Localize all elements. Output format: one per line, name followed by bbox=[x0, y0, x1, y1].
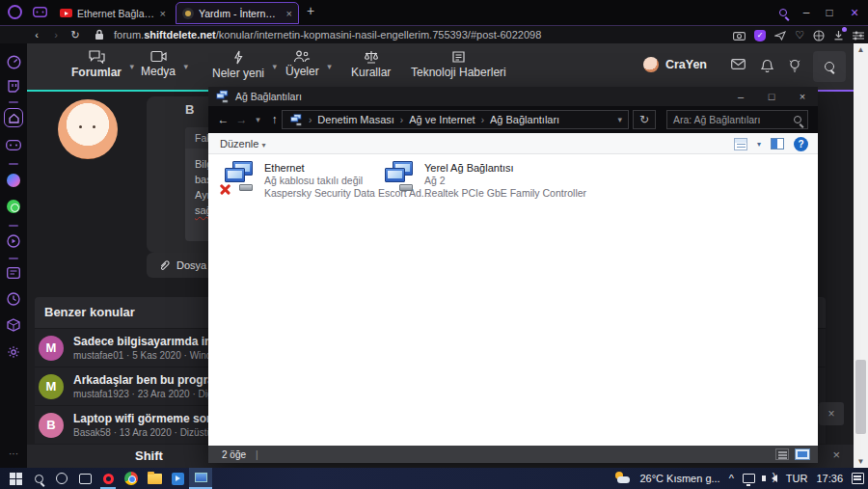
adblock-shield-icon[interactable]: ✓ bbox=[754, 30, 766, 41]
chevron-down-icon[interactable]: ▾ bbox=[327, 62, 332, 71]
clock[interactable]: 17:36 bbox=[816, 473, 843, 484]
nav-neler-yeni[interactable]: Neler yeni ▾ bbox=[212, 50, 264, 80]
taskbar-chrome-icon[interactable] bbox=[120, 468, 143, 489]
view-dropdown-icon[interactable]: ▾ bbox=[757, 140, 761, 149]
explorer-close-button[interactable]: × bbox=[787, 87, 818, 106]
reload-icon[interactable]: ↻ bbox=[66, 29, 85, 41]
network-tray-icon[interactable] bbox=[743, 474, 755, 483]
sidebar-more-dots[interactable]: ··· bbox=[0, 448, 27, 459]
alerts-bell-icon[interactable] bbox=[761, 59, 773, 72]
nav-medya[interactable]: Medya ▾ bbox=[141, 50, 176, 78]
messages-envelope-icon[interactable] bbox=[731, 59, 746, 69]
theme-lightbulb-icon[interactable] bbox=[789, 59, 800, 73]
preview-pane-icon[interactable] bbox=[771, 138, 784, 149]
network-connections-window[interactable]: Ağ Bağlantıları – □ × ← → ▾ ↑ › Denetim … bbox=[208, 87, 818, 463]
page-scrollbar[interactable]: ▲ ▼ bbox=[854, 43, 868, 468]
explorer-back-icon[interactable]: ← bbox=[214, 113, 232, 126]
easy-setup-sliders-icon[interactable] bbox=[853, 31, 864, 41]
bookmark-heart-icon[interactable]: ♡ bbox=[795, 29, 804, 41]
breadcrumb-item[interactable]: Ağ ve Internet bbox=[409, 114, 475, 125]
window-close-button[interactable]: × bbox=[843, 0, 866, 25]
downloads-icon[interactable] bbox=[833, 30, 844, 41]
gx-speedometer-icon[interactable] bbox=[0, 55, 27, 69]
settings-gear-icon[interactable] bbox=[0, 345, 27, 359]
topic-avatar[interactable]: M bbox=[39, 374, 64, 399]
breadcrumb-bar[interactable]: › Denetim Masası › Ağ ve Internet › Ağ B… bbox=[282, 110, 629, 129]
messenger-icon[interactable] bbox=[0, 174, 27, 187]
scrollbar-thumb[interactable] bbox=[855, 360, 866, 434]
lock-icon[interactable] bbox=[95, 29, 104, 41]
snapshot-camera-icon[interactable] bbox=[733, 31, 746, 41]
taskbar-search-icon[interactable] bbox=[27, 468, 50, 489]
nav-kurallar[interactable]: Kurallar bbox=[351, 50, 391, 79]
gx-corner-icon[interactable] bbox=[33, 7, 47, 17]
footer-close-icon[interactable]: × bbox=[832, 448, 840, 462]
tab-close-icon[interactable]: × bbox=[160, 8, 166, 19]
whatsapp-icon[interactable] bbox=[0, 200, 27, 213]
task-view-icon[interactable] bbox=[73, 468, 96, 489]
bookmarks-card-icon[interactable] bbox=[0, 267, 27, 279]
nav-forumlar[interactable]: Forumlar ▾ bbox=[71, 50, 122, 79]
search-icon[interactable] bbox=[794, 116, 801, 123]
organize-menu[interactable]: Düzenle ▾ bbox=[220, 138, 265, 149]
nav-uyeler[interactable]: Üyeler ▾ bbox=[285, 50, 319, 78]
view-options-icon[interactable] bbox=[734, 138, 747, 150]
chevron-down-icon[interactable]: ▾ bbox=[184, 62, 189, 71]
topic-avatar[interactable]: M bbox=[39, 336, 64, 361]
site-brand[interactable]: Shift bbox=[135, 448, 163, 463]
scroll-down-icon[interactable]: ▼ bbox=[854, 455, 868, 468]
start-button[interactable] bbox=[4, 468, 27, 489]
forward-icon[interactable]: › bbox=[46, 29, 66, 41]
chevron-down-icon[interactable]: ▾ bbox=[273, 62, 278, 71]
address-dropdown-icon[interactable]: ▾ bbox=[617, 115, 622, 124]
tab-search-icon[interactable] bbox=[772, 0, 795, 25]
opera-logo-icon[interactable] bbox=[8, 5, 22, 19]
details-view-icon[interactable] bbox=[775, 448, 789, 460]
weather-text[interactable]: 26°C Kısmen g... bbox=[639, 473, 719, 484]
scroll-up-icon[interactable]: ▲ bbox=[854, 43, 868, 56]
tab-ethernet-baglanti[interactable]: Ethernet Bağlantı Kopma S × bbox=[54, 2, 172, 24]
explorer-search-input[interactable]: Ara: Ağ Bağlantıları bbox=[666, 110, 808, 129]
window-minimize-button[interactable]: – bbox=[795, 0, 818, 25]
nav-teknoloji-haberleri[interactable]: Teknoloji Haberleri bbox=[411, 50, 506, 79]
tab-close-icon[interactable]: × bbox=[286, 8, 292, 19]
tray-expand-icon[interactable]: ^ bbox=[729, 473, 734, 484]
adapter-yerel-ag[interactable]: Yerel Ağ Bağlantısı Ağ 2 Realtek PCIe Gb… bbox=[380, 160, 586, 199]
tab-yardim-active[interactable]: Yardım - İnternetin Kopma × bbox=[176, 2, 299, 24]
dismiss-panel-close-icon[interactable]: × bbox=[819, 402, 844, 425]
language-indicator[interactable]: TUR bbox=[786, 473, 808, 484]
player-icon[interactable] bbox=[0, 234, 27, 248]
history-clock-icon[interactable] bbox=[0, 292, 27, 306]
explorer-maximize-button[interactable]: □ bbox=[756, 87, 787, 106]
help-button[interactable]: ? bbox=[794, 137, 808, 151]
user-menu[interactable]: CraYen bbox=[643, 57, 707, 72]
topic-avatar[interactable]: B bbox=[39, 413, 64, 438]
send-to-device-icon[interactable] bbox=[774, 31, 786, 41]
back-icon[interactable]: ‹ bbox=[27, 29, 46, 41]
adapter-name[interactable]: Yerel Ağ Bağlantısı bbox=[424, 162, 586, 174]
volume-icon[interactable] bbox=[772, 475, 777, 482]
explorer-content[interactable]: Ethernet Ağ kablosu takılı değil Kaspers… bbox=[208, 154, 818, 446]
breadcrumb-item[interactable]: Ağ Bağlantıları bbox=[490, 114, 559, 125]
action-center-icon[interactable] bbox=[852, 473, 864, 484]
taskbar-explorer-icon[interactable] bbox=[143, 468, 166, 489]
gx-games-icon[interactable] bbox=[0, 140, 27, 150]
weather-icon[interactable] bbox=[614, 472, 631, 485]
twitch-icon[interactable] bbox=[0, 80, 27, 94]
refresh-icon[interactable]: ↻ bbox=[633, 110, 656, 129]
explorer-minimize-button[interactable]: – bbox=[725, 87, 756, 106]
icons-view-icon[interactable] bbox=[795, 448, 810, 460]
extensions-cube-icon[interactable] bbox=[0, 318, 27, 332]
cortana-icon[interactable] bbox=[50, 468, 73, 489]
taskbar-opera-icon[interactable] bbox=[96, 468, 120, 489]
taskbar-network-window-active[interactable] bbox=[189, 468, 212, 489]
explorer-title-bar[interactable]: Ağ Bağlantıları – □ × bbox=[208, 87, 818, 106]
window-maximize-button[interactable]: □ bbox=[818, 0, 841, 25]
url-text[interactable]: forum.shiftdelete.net/konular/internetin… bbox=[114, 29, 541, 41]
taskbar-movies-icon[interactable] bbox=[166, 468, 189, 489]
history-dropdown-icon[interactable]: ▾ bbox=[251, 115, 265, 124]
forum-search-button[interactable] bbox=[813, 51, 846, 82]
chevron-down-icon[interactable]: ▾ bbox=[129, 62, 134, 71]
new-tab-button[interactable]: + bbox=[307, 3, 314, 18]
sidebar-home-active[interactable] bbox=[0, 108, 27, 127]
